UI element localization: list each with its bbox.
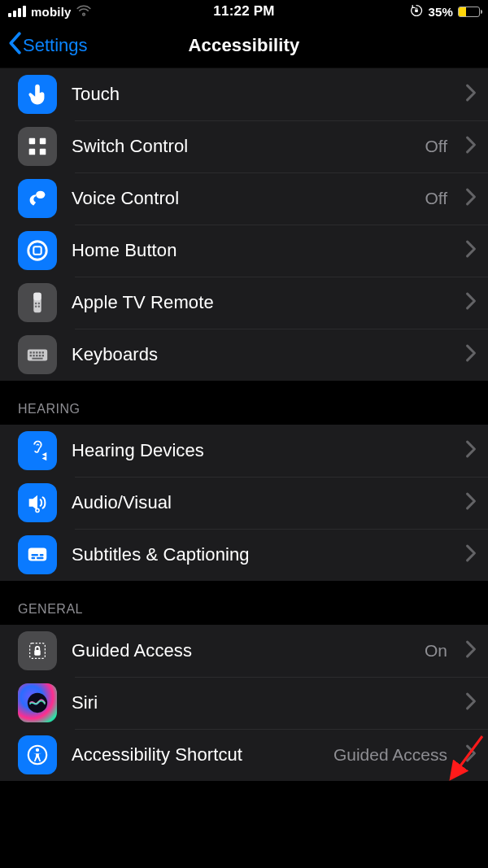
chevron-right-icon <box>465 240 477 261</box>
status-right: 35% <box>410 4 480 20</box>
svg-rect-3 <box>29 149 36 155</box>
settings-row[interactable]: Touch <box>0 68 488 120</box>
status-bar: mobily 11:22 PM 35% <box>0 0 488 23</box>
svg-point-11 <box>38 303 40 304</box>
svg-point-27 <box>37 509 38 511</box>
row-value: Off <box>425 189 447 208</box>
row-value: Off <box>425 137 447 156</box>
svg-rect-21 <box>33 355 34 356</box>
svg-rect-15 <box>30 351 32 353</box>
svg-rect-17 <box>36 351 37 353</box>
battery-level <box>459 7 466 16</box>
chevron-right-icon <box>465 292 477 313</box>
battery-icon <box>458 7 480 17</box>
back-label: Settings <box>23 35 88 56</box>
row-value: Guided Access <box>333 745 447 765</box>
battery-pct: 35% <box>428 5 453 19</box>
svg-point-10 <box>35 303 37 304</box>
svg-rect-4 <box>40 149 46 155</box>
settings-group: Hearing DevicesAudio/VisualSubtitles & C… <box>0 425 488 581</box>
svg-rect-31 <box>32 557 36 559</box>
svg-rect-32 <box>37 557 43 559</box>
svg-point-5 <box>36 191 45 198</box>
settings-row[interactable]: Switch ControlOff <box>0 120 488 172</box>
clock: 11:22 PM <box>213 3 274 20</box>
back-button[interactable]: Settings <box>7 32 88 59</box>
settings-row[interactable]: Keyboards <box>0 329 488 381</box>
chevron-right-icon <box>465 136 477 157</box>
svg-rect-24 <box>42 355 44 356</box>
svg-point-13 <box>38 305 40 307</box>
home-button-icon <box>18 231 57 270</box>
siri-icon <box>18 683 57 722</box>
switch-control-icon <box>18 127 57 166</box>
chevron-right-icon <box>465 440 477 461</box>
settings-row[interactable]: Subtitles & Captioning <box>0 529 488 581</box>
svg-rect-16 <box>33 351 34 353</box>
settings-list: TouchSwitch ControlOffVoice ControlOffHo… <box>0 68 488 781</box>
chevron-left-icon <box>7 32 23 59</box>
svg-point-37 <box>36 748 39 752</box>
apple-tv-remote-icon <box>18 283 57 322</box>
svg-rect-19 <box>42 351 44 353</box>
chevron-right-icon <box>465 344 477 365</box>
nav-bar: Settings Accessibility <box>0 23 488 68</box>
chevron-right-icon <box>465 84 477 105</box>
chevron-right-icon <box>465 744 477 765</box>
settings-row[interactable]: Apple TV Remote <box>0 277 488 329</box>
svg-point-6 <box>28 242 47 260</box>
row-label: Switch Control <box>72 136 410 157</box>
row-label: Siri <box>72 692 451 713</box>
row-label: Voice Control <box>72 188 410 209</box>
settings-group: TouchSwitch ControlOffVoice ControlOffHo… <box>0 68 488 381</box>
svg-rect-34 <box>34 650 41 656</box>
wifi-icon <box>76 5 91 19</box>
cellular-signal-icon <box>8 6 26 17</box>
settings-row[interactable]: Hearing Devices <box>0 425 488 477</box>
carrier-label: mobily <box>31 5 72 19</box>
hearing-devices-icon <box>18 431 57 470</box>
svg-rect-25 <box>32 358 42 360</box>
settings-row[interactable]: Home Button <box>0 225 488 277</box>
settings-row[interactable]: Voice ControlOff <box>0 172 488 225</box>
rotation-lock-icon <box>410 4 423 20</box>
row-label: Hearing Devices <box>72 440 451 461</box>
svg-rect-22 <box>36 355 37 356</box>
settings-row[interactable]: Siri <box>0 677 488 729</box>
row-label: Audio/Visual <box>72 492 451 513</box>
settings-row[interactable]: Guided AccessOn <box>0 625 488 677</box>
row-label: Guided Access <box>72 640 410 661</box>
page-title: Accessibility <box>188 35 299 56</box>
accessibility-shortcut-icon <box>18 735 57 774</box>
subtitles-icon <box>18 535 57 574</box>
status-left: mobily <box>8 5 91 19</box>
settings-group: Guided AccessOnSiriAccessibility Shortcu… <box>0 625 488 781</box>
chevron-right-icon <box>465 640 477 661</box>
section-header: HEARING <box>0 381 488 425</box>
chevron-right-icon <box>465 544 477 565</box>
touch-icon <box>18 75 57 114</box>
svg-rect-1 <box>29 138 36 145</box>
row-label: Accessibility Shortcut <box>72 744 319 765</box>
keyboards-icon <box>18 335 57 374</box>
svg-rect-9 <box>33 293 41 300</box>
chevron-right-icon <box>465 492 477 513</box>
svg-rect-2 <box>40 138 46 145</box>
svg-rect-20 <box>30 355 32 356</box>
row-label: Subtitles & Captioning <box>72 544 451 565</box>
settings-row[interactable]: Audio/Visual <box>0 477 488 529</box>
row-label: Touch <box>72 84 451 105</box>
settings-row[interactable]: Accessibility ShortcutGuided Access <box>0 729 488 781</box>
svg-rect-30 <box>40 554 44 556</box>
chevron-right-icon <box>465 692 477 713</box>
svg-point-12 <box>35 305 37 307</box>
row-label: Apple TV Remote <box>72 292 451 313</box>
guided-access-icon <box>18 631 57 670</box>
row-label: Keyboards <box>72 344 451 365</box>
row-label: Home Button <box>72 240 451 261</box>
audio-visual-icon <box>18 483 57 522</box>
section-header: GENERAL <box>0 581 488 625</box>
svg-rect-23 <box>39 355 41 356</box>
chevron-right-icon <box>465 188 477 209</box>
svg-rect-7 <box>33 246 41 254</box>
